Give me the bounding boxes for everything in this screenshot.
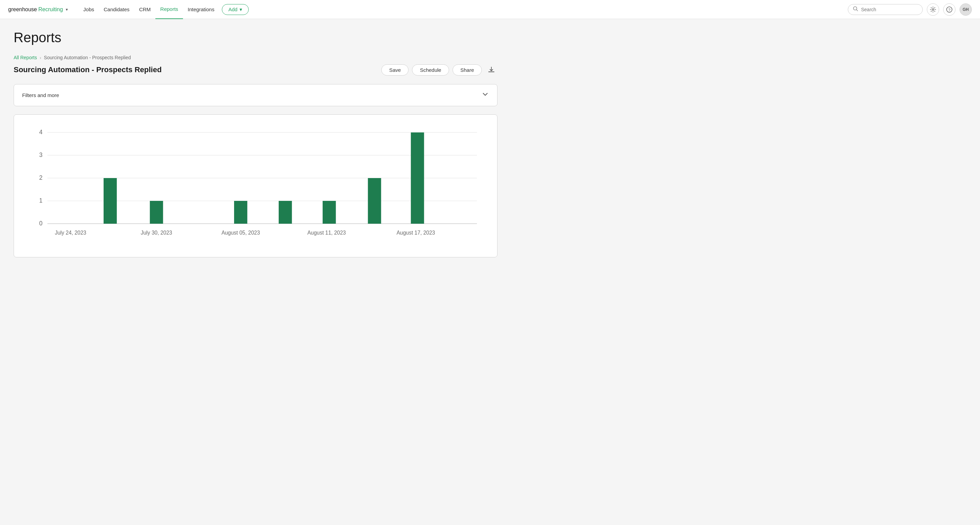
filters-chevron-icon [482,90,489,100]
svg-point-2 [932,8,934,10]
nav-jobs[interactable]: Jobs [79,0,99,19]
bar-aug17 [411,132,424,224]
search-icon [853,6,858,13]
nav-crm[interactable]: CRM [134,0,155,19]
schedule-button[interactable]: Schedule [412,64,449,76]
svg-text:August 05, 2023: August 05, 2023 [221,230,260,236]
settings-button[interactable] [927,3,939,16]
add-button[interactable]: Add ▾ [222,4,249,15]
chart-area: 4 3 2 1 0 [28,125,484,248]
svg-text:3: 3 [39,152,43,158]
avatar-initials: GH [963,7,969,12]
bar-aug14 [368,178,381,224]
report-actions: Save Schedule Share [381,63,498,76]
nav-reports[interactable]: Reports [155,0,183,19]
avatar-button[interactable]: GH [959,3,972,16]
nav-right: ? GH [848,3,972,16]
svg-text:4: 4 [39,129,43,135]
brand-chevron-icon: ▾ [66,7,68,12]
add-button-chevron: ▾ [240,6,242,13]
breadcrumb-separator: › [40,55,41,60]
bar-aug11 [323,201,336,224]
report-title: Sourcing Automation - Prospects Replied [14,65,162,74]
bar-jul27 [103,178,117,224]
svg-text:1: 1 [39,197,43,204]
page-title: Reports [14,30,498,45]
svg-text:?: ? [948,8,950,11]
filters-bar[interactable]: Filters and more [14,84,498,106]
svg-text:August 17, 2023: August 17, 2023 [397,230,435,236]
save-button[interactable]: Save [381,64,409,76]
svg-line-1 [857,10,858,11]
topnav: greenhouse Recruiting ▾ Jobs Candidates … [0,0,980,19]
brand-logo[interactable]: greenhouse Recruiting ▾ [8,6,68,13]
filters-label: Filters and more [22,92,59,98]
search-input[interactable] [861,7,912,12]
breadcrumb-all-reports[interactable]: All Reports [14,55,37,60]
nav-links: Jobs Candidates CRM Reports Integrations… [79,0,848,19]
svg-text:0: 0 [39,220,43,227]
brand-recruiting-text: Recruiting [38,6,63,13]
main-content: Reports All Reports › Sourcing Automatio… [0,19,511,271]
svg-text:July 24, 2023: July 24, 2023 [55,230,86,236]
svg-text:July 30, 2023: July 30, 2023 [141,230,172,236]
svg-text:2: 2 [39,174,43,181]
add-button-label: Add [228,6,237,12]
bar-aug05 [234,201,247,224]
svg-text:August 11, 2023: August 11, 2023 [307,230,346,236]
nav-integrations[interactable]: Integrations [183,0,219,19]
share-button[interactable]: Share [452,64,482,76]
brand-greenhouse-text: greenhouse [8,6,37,13]
report-header: Sourcing Automation - Prospects Replied … [14,63,498,76]
help-button[interactable]: ? [943,3,956,16]
chart-container: 4 3 2 1 0 [14,114,498,257]
bar-jul30 [150,201,163,224]
bar-aug08 [279,201,292,224]
download-button[interactable] [485,63,498,76]
breadcrumb: All Reports › Sourcing Automation - Pros… [14,55,498,60]
nav-candidates[interactable]: Candidates [99,0,134,19]
bar-chart: 4 3 2 1 0 [28,125,484,248]
breadcrumb-current: Sourcing Automation - Prospects Replied [44,55,131,60]
search-box[interactable] [848,4,923,15]
